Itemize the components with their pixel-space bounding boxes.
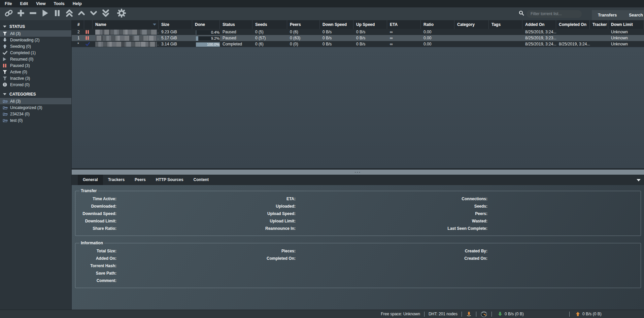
panel-splitter[interactable]: ··· <box>72 170 644 175</box>
col-priority[interactable]: # <box>72 20 84 29</box>
field-label: Connections: <box>438 197 487 201</box>
delete-torrent-button[interactable] <box>29 9 37 18</box>
col-up-speed[interactable]: Up Speed <box>353 20 387 29</box>
col-tracker[interactable]: Tracker <box>590 20 608 29</box>
tab-http-sources[interactable]: HTTP Sources <box>151 175 189 185</box>
sidebar-status-header[interactable]: STATUS <box>0 23 71 30</box>
move-top-button[interactable] <box>65 9 74 18</box>
col-peers[interactable]: Peers <box>287 20 320 29</box>
sort-desc-icon <box>153 24 156 26</box>
tab-general[interactable]: General <box>78 175 103 185</box>
sidebar-item-downloading[interactable]: Downloading (2) <box>0 37 71 43</box>
double-chevron-up-icon <box>65 9 74 19</box>
cell-peers: 0 (63) <box>287 35 320 41</box>
col-down-limit[interactable]: Down Limit <box>608 20 644 29</box>
options-button[interactable] <box>117 9 126 18</box>
status-bar: Free space: Unknown DHT: 201 nodes 0 B/s… <box>0 310 644 318</box>
move-up-button[interactable] <box>77 9 86 18</box>
col-ratio[interactable]: Ratio <box>421 20 454 29</box>
sidebar-item-paused[interactable]: Paused (3) <box>0 62 71 69</box>
add-torrent-file-button[interactable] <box>16 9 25 18</box>
cell-priority: 1 <box>72 35 84 41</box>
sidebar-item-seeding[interactable]: Seeding (0) <box>0 43 71 49</box>
panel-collapse-chevron-icon[interactable] <box>637 179 641 181</box>
menu-tools[interactable]: Tools <box>49 0 68 7</box>
sidebar-item-errored[interactable]: Errored (0) <box>0 81 71 88</box>
link-icon <box>4 9 13 19</box>
cell-peers: 0 (0) <box>287 41 320 47</box>
tab-content[interactable]: Content <box>189 175 214 185</box>
filter-torrent-input[interactable] <box>527 10 582 18</box>
add-torrent-link-button[interactable] <box>4 9 13 18</box>
pause-icon <box>53 9 61 19</box>
tab-transfers[interactable]: Transfers <box>598 13 617 17</box>
cell-size: 5.17 GiB <box>159 35 192 41</box>
col-added-on[interactable]: Added On <box>522 20 556 29</box>
col-completed-on[interactable]: Completed On <box>556 20 590 29</box>
cell-name: . <box>93 41 159 47</box>
cell-up-speed: 0 B/s <box>353 41 387 47</box>
sidebar-item-active[interactable]: Active (0) <box>0 69 71 75</box>
cell-peers: 0 (6) <box>287 29 320 35</box>
status-header-label: STATUS <box>9 24 25 29</box>
col-size[interactable]: Size <box>159 20 192 29</box>
resume-button[interactable] <box>41 9 49 18</box>
redacted-name <box>95 30 157 35</box>
menu-help[interactable]: Help <box>69 0 86 7</box>
col-eta[interactable]: ETA <box>387 20 421 29</box>
sidebar-item-all[interactable]: All (3) <box>0 30 71 37</box>
col-down-speed[interactable]: Down Speed <box>320 20 353 29</box>
cell-done: 9.2% <box>192 36 220 41</box>
tab-peers[interactable]: Peers <box>130 175 151 185</box>
menu-file[interactable]: File <box>1 0 16 7</box>
cell-added-on: 8/25/2019, 3:24... <box>522 41 556 47</box>
cell-ratio: 0.00 <box>421 35 454 41</box>
sidebar-item-label: All (3) <box>10 31 21 36</box>
cell-name: . <box>93 29 159 35</box>
sidebar-category-uncategorized[interactable]: Uncategorized (3) <box>0 104 71 111</box>
pause-button[interactable] <box>53 9 62 18</box>
toolbar-right: Transfers Search <box>519 7 644 20</box>
sidebar-categories-header[interactable]: CATEGORIES <box>0 91 71 98</box>
table-row[interactable]: 2 . 9.23 GiB 0.4% Paused 0 (5) 0 (6) 0 B… <box>72 29 644 35</box>
chevron-down-icon <box>89 9 98 19</box>
col-seeds[interactable]: Seeds <box>252 20 287 29</box>
field-label: Added On: <box>78 256 116 261</box>
table-row[interactable]: * . 3.14 GiB 100.0% Completed 0 (6) 0 (0… <box>72 41 644 47</box>
play-icon <box>41 9 49 19</box>
col-tags[interactable]: Tags <box>489 20 522 29</box>
table-row[interactable]: 1 . 5.17 GiB 9.2% Paused 0 (57) 0 (63) 0… <box>72 35 644 41</box>
col-done[interactable]: Done <box>192 20 220 29</box>
sidebar-item-inactive[interactable]: Inactive (3) <box>0 75 71 81</box>
col-name[interactable]: Name <box>93 20 159 29</box>
col-status[interactable]: Status <box>220 20 252 29</box>
filter-icon <box>3 32 10 36</box>
alt-speed-limits-toggle[interactable] <box>476 311 492 317</box>
toolbar: Transfers Search <box>0 7 644 20</box>
sidebar-category-234234[interactable]: 234234 (0) <box>0 111 71 117</box>
filter-icon <box>3 70 10 74</box>
cell-eta: ∞ <box>387 29 421 35</box>
menu-edit[interactable]: Edit <box>16 0 32 7</box>
sidebar-category-all[interactable]: All (3) <box>0 98 71 104</box>
field-label: Completed On: <box>256 256 296 261</box>
cell-seeds: 0 (57) <box>252 35 287 41</box>
move-bottom-button[interactable] <box>101 9 110 18</box>
cell-seeds: 0 (5) <box>252 29 287 35</box>
global-download-speed: 0 B/s (0 B) <box>492 312 569 316</box>
sidebar-item-label: Resumed (0) <box>10 57 33 62</box>
col-state-icon[interactable] <box>84 20 93 29</box>
move-down-button[interactable] <box>89 9 98 18</box>
sidebar-category-test[interactable]: test (0) <box>0 117 71 123</box>
redacted-name <box>95 42 157 47</box>
folder-icon <box>3 112 10 116</box>
gear-icon <box>117 9 126 19</box>
torrent-list-area: # Name Size Done Status Seeds Peers Down… <box>72 20 644 310</box>
tab-search[interactable]: Search <box>629 13 643 17</box>
tab-trackers[interactable]: Trackers <box>103 175 130 185</box>
menu-view[interactable]: View <box>32 0 49 7</box>
sidebar-item-completed[interactable]: Completed (1) <box>0 49 71 56</box>
sidebar-item-resumed[interactable]: Resumed (0) <box>0 56 71 62</box>
col-category[interactable]: Category <box>454 20 489 29</box>
cell-size: 3.14 GiB <box>159 41 192 47</box>
